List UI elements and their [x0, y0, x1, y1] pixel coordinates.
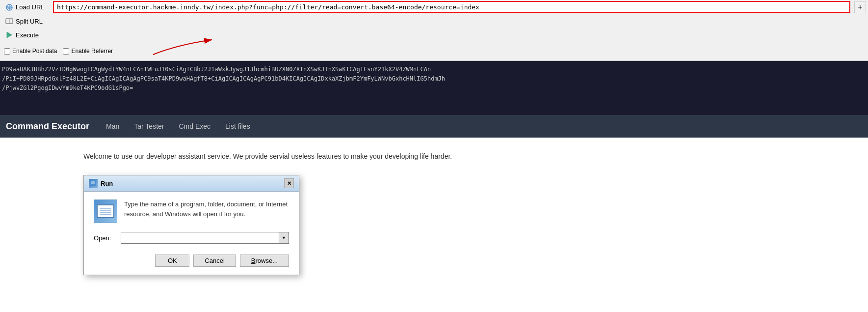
url-input[interactable]	[53, 1, 850, 13]
svg-rect-9	[91, 185, 93, 185]
open-dropdown-button[interactable]: ▼	[279, 232, 289, 243]
base64-line2: /PiI+PD89JHRpdGxlPz48L2E+CiAgICAgICAgAgP…	[2, 74, 866, 84]
split-url-label: Split URL	[16, 18, 43, 25]
navbar: Command Executor Man Tar Tester Cmd Exec…	[0, 115, 868, 138]
enable-post-data-checkbox[interactable]	[4, 48, 10, 55]
base64-line1: PD9waHAKJHBhZ2VzID0gWwogICAgWydtYW4nLCAn…	[2, 65, 866, 74]
open-input-wrapper: ▼	[121, 232, 289, 244]
dialog-description: Type the name of a program, folder, docu…	[124, 199, 289, 219]
cancel-button[interactable]: Cancel	[193, 255, 236, 267]
browse-button[interactable]: Browse...	[240, 255, 289, 267]
dialog-title-left: Run	[89, 179, 113, 188]
run-icon-inner	[97, 204, 114, 218]
enable-referrer-text: Enable Referrer	[71, 48, 113, 55]
toolbar: Load URL + Split URL	[0, 0, 868, 61]
open-label: Open:	[94, 234, 116, 242]
nav-link-list-files[interactable]: List files	[218, 119, 257, 133]
open-label-text: Open:	[94, 234, 111, 242]
dialog-title-text: Run	[101, 180, 113, 187]
toolbar-options: Enable Post data Enable Referrer	[0, 42, 868, 60]
enable-referrer-checkbox[interactable]	[63, 48, 69, 55]
execute-button[interactable]: Execute	[2, 29, 51, 41]
dialog-buttons: OK Cancel Browse...	[94, 253, 289, 267]
main-content: Welcome to use our developer assistant s…	[0, 138, 868, 310]
dialog-overlay: Run ✕ Type the name of a program, folder…	[83, 175, 858, 275]
load-url-button[interactable]: Load URL	[2, 1, 51, 13]
svg-rect-8	[91, 181, 95, 184]
base64-line3: /PjwvZGl2PgogIDwvYm9keT4KPC9odG1sPgo=	[2, 84, 866, 93]
load-url-label: Load URL	[16, 3, 45, 11]
run-program-icon	[94, 199, 117, 223]
browse-label: Browse...	[251, 257, 278, 264]
expand-button[interactable]: +	[854, 1, 866, 13]
nav-title: Command Executor	[6, 121, 89, 132]
run-dialog-icon	[89, 179, 98, 188]
open-input[interactable]	[121, 233, 279, 243]
dialog-close-button[interactable]: ✕	[284, 178, 294, 188]
enable-post-data-text: Enable Post data	[12, 48, 57, 55]
nav-link-man[interactable]: Man	[99, 119, 126, 133]
open-row: Open: ▼	[94, 232, 289, 244]
nav-link-cmd-exec[interactable]: Cmd Exec	[172, 119, 218, 133]
svg-rect-10	[94, 185, 95, 185]
enable-referrer-label[interactable]: Enable Referrer	[63, 48, 113, 55]
welcome-text: Welcome to use our developer assistant s…	[83, 152, 858, 160]
ok-button[interactable]: OK	[155, 255, 189, 267]
split-url-row: Split URL	[0, 14, 868, 28]
nav-link-tar-tester[interactable]: Tar Tester	[127, 119, 171, 133]
dialog-body: Type the name of a program, folder, docu…	[84, 192, 299, 275]
url-input-wrapper	[53, 1, 850, 13]
enable-post-data-label[interactable]: Enable Post data	[4, 48, 57, 55]
arrow-annotation	[148, 35, 237, 59]
load-url-icon	[5, 3, 14, 12]
run-dialog: Run ✕ Type the name of a program, folder…	[83, 175, 299, 275]
close-icon: ✕	[287, 180, 291, 187]
execute-row: Execute	[0, 28, 868, 42]
dialog-info-row: Type the name of a program, folder, docu…	[94, 199, 289, 223]
split-url-button[interactable]: Split URL	[2, 15, 51, 27]
split-url-icon	[5, 17, 14, 26]
nav-links: Man Tar Tester Cmd Exec List files	[99, 119, 257, 133]
execute-icon	[5, 30, 14, 39]
expand-icon: +	[858, 3, 862, 12]
dropdown-arrow-icon: ▼	[282, 235, 286, 240]
base64-content: PD9waHAKJHBhZ2VzID0gWwogICAgWydtYW4nLCAn…	[0, 61, 868, 115]
dialog-titlebar: Run ✕	[84, 175, 299, 192]
toolbar-main-row: Load URL +	[0, 0, 868, 14]
execute-label: Execute	[16, 31, 39, 39]
svg-marker-5	[7, 32, 12, 38]
